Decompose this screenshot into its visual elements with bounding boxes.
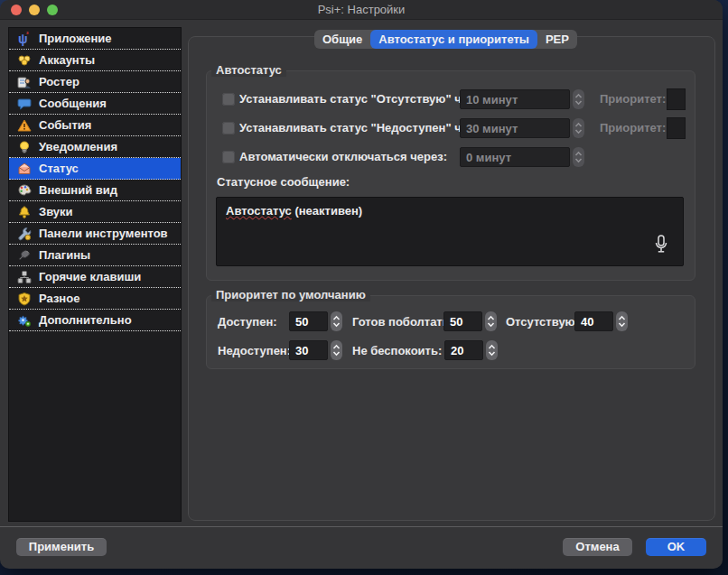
away-priority-field[interactable] xyxy=(667,88,686,110)
available-priority-value[interactable]: 50 xyxy=(289,311,328,331)
offline-checkbox[interactable] xyxy=(222,151,235,163)
settings-sidebar: ψ² Приложение Аккаунты Ростер Сообщения … xyxy=(8,27,182,522)
advanced-icon xyxy=(17,313,32,328)
na-priority-default-value[interactable]: 30 xyxy=(289,340,328,360)
cancel-button[interactable]: Отмена xyxy=(563,538,632,556)
priority-groupbox: Приоритет по умолчанию Доступен: 50 Гото… xyxy=(206,295,695,369)
tab-autostatus[interactable]: Автостатус и приоритеты xyxy=(370,30,537,49)
sidebar-item-application[interactable]: ψ² Приложение xyxy=(9,28,181,50)
away-minutes-value[interactable]: 10 минут xyxy=(460,89,570,109)
away-status-checkbox[interactable] xyxy=(222,93,235,106)
na-status-row: Устанавливать статус "Недоступен" чер 30… xyxy=(207,116,695,140)
sidebar-item-label: Внешний вид xyxy=(39,183,117,197)
sidebar-item-label: Статус xyxy=(39,162,79,175)
appearance-icon xyxy=(17,183,32,198)
microphone-icon[interactable] xyxy=(654,235,668,255)
ok-button[interactable]: OK xyxy=(646,538,706,556)
na-minutes-value[interactable]: 30 минут xyxy=(460,118,570,138)
offline-minutes-value[interactable]: 0 минут xyxy=(460,147,570,167)
offline-minutes-stepper[interactable] xyxy=(573,147,584,167)
autostatus-group-title: Автостатус xyxy=(211,63,286,77)
offline-row: Автоматически отключаться через: 0 минут xyxy=(207,145,695,169)
sidebar-item-label: Звуки xyxy=(39,205,73,218)
status-envelope-icon xyxy=(17,162,32,176)
toolbars-icon xyxy=(17,227,32,241)
na-minutes-stepper[interactable] xyxy=(573,118,584,138)
messages-icon xyxy=(17,97,32,111)
content-frame: Автостатус Устанавливать статус "Отсутст… xyxy=(188,36,715,521)
away-minutes-spinbox: 10 минут xyxy=(460,89,584,109)
available-priority-label: Доступен: xyxy=(218,315,277,329)
sidebar-item-plugins[interactable]: Плагины xyxy=(9,245,181,266)
tab-general[interactable]: Общие xyxy=(314,30,370,49)
tab-bar: Общие Автостатус и приоритеты PEP xyxy=(314,30,577,49)
sidebar-item-advanced[interactable]: Дополнительно xyxy=(9,310,181,331)
na-priority-label: Приоритет: xyxy=(600,121,666,134)
sidebar-item-events[interactable]: События xyxy=(9,115,181,136)
sidebar-item-roster[interactable]: Ростер xyxy=(9,71,181,93)
sidebar-item-notifications[interactable]: Уведомления xyxy=(9,136,181,158)
hotkeys-icon xyxy=(17,270,32,284)
dnd-priority-spinbox: 20 xyxy=(444,340,498,360)
status-message-textarea[interactable]: Автостатус (неактивен) xyxy=(216,197,684,266)
title-bar: Psi+: Настройки xyxy=(0,0,723,20)
sidebar-item-status[interactable]: Статус xyxy=(9,158,181,180)
sidebar-item-label: Ростер xyxy=(39,75,79,88)
na-minutes-spinbox: 30 минут xyxy=(460,118,584,138)
away-priority-default-spinbox: 40 xyxy=(574,311,628,331)
chat-priority-value[interactable]: 50 xyxy=(443,311,482,331)
sidebar-item-label: Плагины xyxy=(39,248,90,262)
away-minutes-stepper[interactable] xyxy=(573,89,584,109)
sidebar-item-misc[interactable]: Разное xyxy=(9,288,181,310)
na-priority-field[interactable] xyxy=(667,117,686,139)
sidebar-item-accounts[interactable]: Аккаунты xyxy=(9,50,181,71)
dnd-priority-label: Не беспокоить: xyxy=(352,344,442,357)
available-priority-spinbox: 50 xyxy=(289,311,342,331)
footer-separator xyxy=(0,526,723,527)
preferences-window: Psi+: Настройки ψ² Приложение Аккаунты Р… xyxy=(0,0,723,569)
na-priority-default-label: Недоступен: xyxy=(218,344,291,357)
offline-minutes-spinbox: 0 минут xyxy=(460,147,584,167)
priority-group-title: Приоритет по умолчанию xyxy=(211,288,370,301)
sidebar-item-sounds[interactable]: Звуки xyxy=(9,201,181,223)
na-priority-default-spinbox: 30 xyxy=(289,340,342,360)
svg-text:²: ² xyxy=(26,32,29,39)
sidebar-item-label: Панели инструментов xyxy=(39,227,168,240)
away-status-label: Устанавливать статус "Отсутствую" чер xyxy=(239,92,460,106)
sidebar-item-hotkeys[interactable]: Горячие клавиши xyxy=(9,266,181,288)
away-priority-label: Приоритет: xyxy=(600,92,666,106)
apply-button[interactable]: Применить xyxy=(16,538,107,556)
sidebar-item-label: Горячие клавиши xyxy=(39,270,141,283)
na-status-checkbox[interactable] xyxy=(222,122,235,134)
notifications-icon xyxy=(17,140,32,154)
sidebar-item-label: События xyxy=(39,118,91,132)
sidebar-item-appearance[interactable]: Внешний вид xyxy=(9,180,181,201)
accounts-icon xyxy=(17,53,32,68)
status-message-rest: (неактивен) xyxy=(292,204,362,218)
sidebar-item-messages[interactable]: Сообщения xyxy=(9,93,181,115)
sidebar-item-label: Приложение xyxy=(39,32,111,45)
away-priority-default-value[interactable]: 40 xyxy=(574,311,613,331)
events-icon xyxy=(17,118,32,133)
plugins-icon xyxy=(17,248,32,263)
window-title: Psi+: Настройки xyxy=(0,0,723,20)
tab-pep[interactable]: PEP xyxy=(537,30,577,49)
away-priority-default-label: Отсутствую: xyxy=(506,315,579,329)
away-status-row: Устанавливать статус "Отсутствую" чер 10… xyxy=(207,88,695,111)
sidebar-item-label: Аккаунты xyxy=(39,53,95,67)
na-priority-default-stepper[interactable] xyxy=(331,340,342,360)
sidebar-item-label: Сообщения xyxy=(39,97,107,110)
na-status-label: Устанавливать статус "Недоступен" чер xyxy=(239,121,460,134)
dnd-priority-value[interactable]: 20 xyxy=(444,340,483,360)
sidebar-item-label: Дополнительно xyxy=(39,313,132,327)
away-priority-default-stepper[interactable] xyxy=(616,311,628,331)
status-message-label: Статусное сообщение: xyxy=(217,175,350,189)
available-priority-stepper[interactable] xyxy=(331,311,342,331)
chat-priority-stepper[interactable] xyxy=(485,311,497,331)
sidebar-item-label: Разное xyxy=(39,292,79,305)
status-message-word: Автостатус xyxy=(226,204,292,218)
misc-icon xyxy=(17,292,32,306)
sidebar-item-toolbars[interactable]: Панели инструментов xyxy=(9,223,181,245)
dnd-priority-stepper[interactable] xyxy=(486,340,498,360)
offline-label: Автоматически отключаться через: xyxy=(239,150,474,163)
